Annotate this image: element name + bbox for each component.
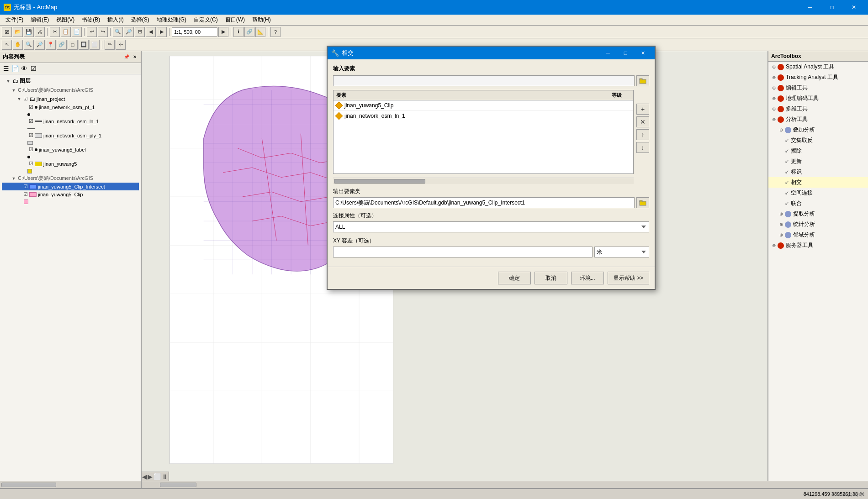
clip-intersect-check[interactable]: ☑ xyxy=(23,184,28,189)
dialog-browse-btn[interactable] xyxy=(636,75,649,86)
dialog-close-btn[interactable]: ✕ xyxy=(635,47,651,58)
toc-list-by-selection-btn[interactable]: ☑ xyxy=(29,64,37,73)
editor-btn[interactable]: ✏ xyxy=(105,40,115,50)
toc-list-by-source-btn[interactable]: 📄 xyxy=(11,64,19,73)
redo-btn[interactable]: ↪ xyxy=(98,27,108,37)
dialog-layer-row-2[interactable]: jinan_network_osm_ln_1 xyxy=(333,111,633,121)
osm-ply-check[interactable]: ☑ xyxy=(29,132,33,138)
identify-btn[interactable]: ℹ xyxy=(233,27,243,37)
toolbox-proximity[interactable]: ⊕ 邻域分析 xyxy=(768,230,868,240)
toolbox-symmetrical-diff[interactable]: ↙ 交集取反 xyxy=(768,135,868,146)
print-btn[interactable]: 🖨 xyxy=(35,27,45,37)
toc-db2-path[interactable]: ▼ C:\Users\姜涵\Documents\ArcGIS xyxy=(2,174,139,183)
toolbox-geocoding[interactable]: ⊕ 地理编码工具 xyxy=(768,93,868,104)
dialog-maximize-btn[interactable]: □ xyxy=(617,47,634,58)
maximize-button[interactable]: □ xyxy=(821,0,842,15)
toolbox-edit[interactable]: ⊕ 编辑工具 xyxy=(768,83,868,93)
menu-geoprocessing[interactable]: 地理处理(G) xyxy=(153,15,190,25)
pan-btn[interactable]: ✋ xyxy=(13,40,23,50)
yuwang-label-check[interactable]: ☑ xyxy=(29,147,33,152)
dialog-remove-btn[interactable]: ✕ xyxy=(636,116,649,127)
map-nav-prev-btn[interactable]: ◀ xyxy=(142,473,147,480)
dialog-add-btn[interactable]: + xyxy=(636,104,649,115)
toc-osm-pt[interactable]: ☑ jinan_network_osm_pt_1 xyxy=(2,103,139,111)
menu-customize[interactable]: 自定义(C) xyxy=(190,15,222,25)
dialog-layer-row-1[interactable]: jinan_yuwang5_Clip xyxy=(333,100,633,111)
toc-close-btn[interactable]: ✕ xyxy=(132,54,138,60)
toolbox-identity[interactable]: ↙ 标识 xyxy=(768,167,868,177)
paste-btn[interactable]: 📄 xyxy=(72,27,82,37)
menu-window[interactable]: 窗口(W) xyxy=(222,15,249,25)
dialog-help-btn[interactable]: 显示帮助 >> xyxy=(608,272,649,284)
dialog-scroll-thumb[interactable] xyxy=(334,179,425,184)
next-extent-btn[interactable]: ▶ xyxy=(157,27,167,37)
arcmap-help-btn[interactable]: ? xyxy=(270,27,281,37)
dialog-input-field[interactable] xyxy=(333,75,635,86)
new-btn[interactable]: 🗹 xyxy=(2,27,12,37)
toc-yuwang5[interactable]: ☑ jinan_yuwang5 xyxy=(2,160,139,168)
toc-layers-group[interactable]: ▼ 🗂 图层 xyxy=(2,76,139,86)
osm-ln-check[interactable]: ☑ xyxy=(29,118,33,124)
full-extent-btn[interactable]: ⊞ xyxy=(135,27,145,37)
dialog-env-btn[interactable]: 环境... xyxy=(571,272,604,284)
map-nav-next-btn[interactable]: ▶ xyxy=(148,473,153,480)
toolbox-analysis[interactable]: ⊖ 分析工具 xyxy=(768,114,868,125)
dialog-output-browse-btn[interactable] xyxy=(636,197,649,208)
menu-help[interactable]: 帮助(H) xyxy=(249,15,275,25)
select-graphics-btn[interactable]: ⬜ xyxy=(90,40,100,50)
dialog-table-scrollbar[interactable] xyxy=(333,178,634,184)
map-layout-btn[interactable]: ⬜ xyxy=(153,473,161,480)
zoom-out-btn[interactable]: 🔎 xyxy=(124,27,134,37)
toolbox-overlay[interactable]: ⊖ 叠加分析 xyxy=(768,125,868,135)
toolbox-stats[interactable]: ⊕ 统计分析 xyxy=(768,219,868,230)
find-btn[interactable]: 🔗 xyxy=(244,27,254,37)
toc-osm-ln[interactable]: ☑ jinan_network_osm_ln_1 xyxy=(2,117,139,125)
toolbox-server[interactable]: ⊕ 服务器工具 xyxy=(768,240,868,251)
copy-btn[interactable]: 📋 xyxy=(61,27,71,37)
save-btn[interactable]: 💾 xyxy=(24,27,34,37)
undo-btn[interactable]: ↩ xyxy=(87,27,97,37)
menu-insert[interactable]: 插入(I) xyxy=(104,15,127,25)
menu-bookmarks[interactable]: 书签(B) xyxy=(78,15,104,25)
map-tips-btn[interactable]: 📍 xyxy=(46,40,56,50)
menu-file[interactable]: 文件(F) xyxy=(2,15,27,25)
yuwang-clip-check[interactable]: ☑ xyxy=(23,191,28,197)
dialog-ok-btn[interactable]: 确定 xyxy=(498,272,531,284)
dialog-cancel-btn[interactable]: 取消 xyxy=(535,272,567,284)
map-hscroll-thumb[interactable] xyxy=(160,483,196,487)
toc-db1-path[interactable]: ▼ C:\Users\姜涵\Documents\ArcGIS xyxy=(2,86,139,95)
menu-selection[interactable]: 选择(S) xyxy=(127,15,153,25)
dialog-output-field[interactable] xyxy=(333,197,635,208)
toolbox-update[interactable]: ↙ 更新 xyxy=(768,156,868,167)
toc-list-by-visibility-btn[interactable]: 👁 xyxy=(20,64,28,73)
map-hscrollbar[interactable] xyxy=(142,481,868,488)
toc-pin-btn[interactable]: 📌 xyxy=(122,54,131,60)
toc-yuwang-clip[interactable]: ☑ jinan_yuwang5_Clip xyxy=(2,190,139,198)
menu-view[interactable]: 视图(V) xyxy=(53,15,78,25)
toc-jinan-project[interactable]: ▼ ☑ 🗂 jinan_project xyxy=(2,95,139,103)
dialog-minimize-btn[interactable]: ─ xyxy=(600,47,616,58)
zoom-in2-btn[interactable]: 🔍 xyxy=(24,40,34,50)
cut-btn[interactable]: ✂ xyxy=(50,27,60,37)
measure-btn[interactable]: 📐 xyxy=(255,27,265,37)
dialog-join-select[interactable]: ALL xyxy=(333,221,649,232)
toc-clip-intersect[interactable]: ☑ jinan_yuwang5_Clip_Intersect xyxy=(2,183,139,190)
map-pause-btn[interactable]: ⏸ xyxy=(162,473,168,480)
toolbox-extract[interactable]: ⊕ 提取分析 xyxy=(768,209,868,219)
dialog-move-up-btn[interactable]: ↑ xyxy=(636,129,649,140)
osm-pt-check[interactable]: ☑ xyxy=(29,104,33,110)
toolbox-multidim[interactable]: ⊕ 多维工具 xyxy=(768,104,868,114)
toolbox-spatial-join[interactable]: ↙ 空间连接 xyxy=(768,188,868,198)
dialog-xy-unit-select[interactable]: 米 xyxy=(594,247,649,257)
dialog-xy-input[interactable] xyxy=(333,247,593,257)
toolbox-erase[interactable]: ↙ 擦除 xyxy=(768,146,868,156)
scale-go-btn[interactable]: ▶ xyxy=(218,27,228,37)
toolbox-tracking-analyst[interactable]: ⊕ Tracking Analyst 工具 xyxy=(768,72,868,83)
toc-scrollbar-h[interactable] xyxy=(0,481,141,488)
toc-scroll-thumb[interactable] xyxy=(1,483,56,487)
menu-edit[interactable]: 编辑(E) xyxy=(27,15,53,25)
zoom-out2-btn[interactable]: 🔎 xyxy=(35,40,45,50)
open-btn[interactable]: 📂 xyxy=(13,27,23,37)
close-button[interactable]: ✕ xyxy=(843,0,864,15)
toolbox-intersect[interactable]: ↙ 相交 xyxy=(768,177,868,188)
